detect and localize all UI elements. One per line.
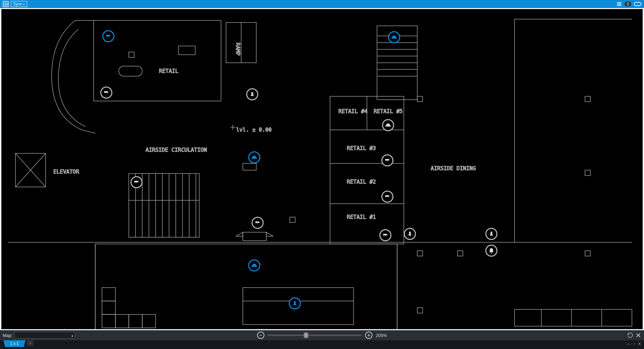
svg-rect-12 (119, 66, 142, 76)
tab-bar: 1 x 1 + — ▫ ✕ (0, 340, 644, 349)
dome-3-marker[interactable] (248, 259, 260, 271)
zoom-slider-thumb[interactable] (305, 333, 307, 338)
svg-rect-83 (385, 126, 391, 127)
svg-text:RETAIL: RETAIL (159, 68, 178, 74)
cam-5-marker[interactable] (381, 154, 393, 166)
bottom-controls: Map: − + 205% (0, 330, 644, 340)
cam-1-marker[interactable] (102, 30, 114, 42)
zoom-value: 205% (376, 333, 387, 338)
svg-rect-79 (251, 95, 254, 96)
svg-rect-68 (417, 251, 423, 256)
restore-icon[interactable]: ▫ (633, 341, 635, 346)
dome-1-marker[interactable] (388, 31, 400, 43)
svg-rect-82 (252, 266, 257, 267)
cam-2-marker[interactable] (100, 87, 112, 99)
svg-rect-69 (417, 308, 423, 313)
toolbar-left: Sync (3, 1, 27, 7)
svg-rect-87 (490, 235, 493, 236)
svg-rect-85 (409, 235, 411, 236)
svg-rect-81 (252, 158, 257, 159)
svg-rect-90 (293, 304, 296, 305)
vr-icon[interactable] (634, 2, 641, 6)
svg-rect-70 (458, 251, 463, 256)
svg-rect-75 (243, 232, 266, 241)
sensor-1-marker[interactable] (246, 88, 258, 100)
toolbar-right: 0 (616, 1, 641, 7)
cam-4-marker[interactable] (252, 217, 264, 229)
map-dropdown[interactable] (14, 332, 75, 339)
minimize-icon[interactable]: — (626, 341, 631, 346)
sensor-2-marker[interactable] (404, 228, 416, 240)
zoom-slider[interactable] (268, 335, 362, 336)
svg-rect-56 (102, 301, 115, 314)
svg-marker-76 (236, 232, 243, 236)
svg-rect-58 (115, 314, 129, 328)
svg-text:RETAIL #4: RETAIL #4 (338, 108, 368, 114)
floorplan-drawing: RAMP RETAIL ELEVATOR (1, 9, 643, 330)
sync-label: Sync (13, 2, 22, 6)
svg-rect-74 (243, 163, 256, 170)
bottom-right-controls (627, 332, 641, 338)
svg-marker-77 (266, 232, 273, 236)
svg-rect-57 (102, 314, 115, 328)
svg-text:RETAIL #5: RETAIL #5 (374, 108, 403, 114)
svg-rect-86 (491, 232, 492, 234)
cam-7-marker[interactable] (379, 229, 391, 241)
close-icon[interactable] (635, 332, 641, 338)
svg-rect-13 (178, 46, 195, 55)
svg-rect-60 (142, 314, 156, 328)
svg-text:RAMP: RAMP (235, 43, 241, 56)
sync-dropdown[interactable]: Sync (11, 1, 27, 7)
map-label: Map: (3, 333, 12, 338)
svg-rect-55 (102, 288, 115, 301)
sensor-4-marker[interactable] (289, 297, 301, 309)
dome-4-marker[interactable] (382, 119, 394, 131)
svg-text:AIRSIDE CIRCULATION: AIRSIDE CIRCULATION (146, 147, 207, 153)
dome-2-marker[interactable] (248, 151, 260, 163)
svg-text:RETAIL #1: RETAIL #1 (347, 214, 376, 220)
tabs-right: — ▫ ✕ (626, 340, 644, 346)
cam-3-marker[interactable] (130, 176, 143, 188)
bell-1-marker[interactable] (485, 245, 497, 257)
svg-rect-84 (409, 232, 411, 234)
zoom-out-button[interactable]: − (257, 332, 264, 339)
refresh-icon[interactable] (627, 332, 633, 338)
cam-6-marker[interactable] (381, 191, 393, 203)
svg-text:lvl. ±  0.00: lvl. ± 0.00 (236, 127, 272, 133)
svg-rect-65 (129, 52, 134, 57)
svg-rect-80 (391, 38, 397, 39)
svg-rect-67 (417, 96, 423, 102)
add-tab-button[interactable]: + (27, 340, 34, 346)
svg-text:RETAIL #2: RETAIL #2 (347, 179, 376, 185)
svg-rect-66 (290, 217, 295, 222)
svg-rect-78 (252, 92, 253, 95)
svg-rect-61 (515, 309, 632, 326)
svg-rect-59 (129, 314, 142, 328)
layout-grid-button[interactable] (3, 1, 9, 7)
svg-rect-71 (585, 96, 590, 102)
svg-text:RETAIL #3: RETAIL #3 (347, 145, 376, 151)
tabs-left: 1 x 1 + (3, 340, 34, 347)
zoom-controls: − + 205% (257, 332, 387, 339)
map-selector-group: Map: (3, 332, 75, 339)
svg-rect-50 (95, 244, 397, 330)
svg-text:ELEVATOR: ELEVATOR (53, 168, 79, 175)
sensor-3-marker[interactable] (485, 228, 497, 240)
zoom-in-button[interactable]: + (365, 332, 372, 339)
plugin-icon[interactable] (616, 1, 622, 7)
tab-active[interactable]: 1 x 1 (3, 340, 25, 347)
map-canvas[interactable]: RAMP RETAIL ELEVATOR (0, 8, 644, 330)
close-tab-icon[interactable]: ✕ (638, 341, 641, 346)
svg-rect-73 (585, 251, 590, 256)
svg-rect-89 (294, 301, 296, 304)
top-toolbar: Sync 0 (0, 0, 644, 8)
svg-point-88 (491, 252, 492, 253)
svg-rect-72 (585, 170, 590, 176)
svg-text:AIRSIDE DINING: AIRSIDE DINING (431, 165, 476, 171)
notification-badge[interactable]: 0 (625, 2, 631, 6)
